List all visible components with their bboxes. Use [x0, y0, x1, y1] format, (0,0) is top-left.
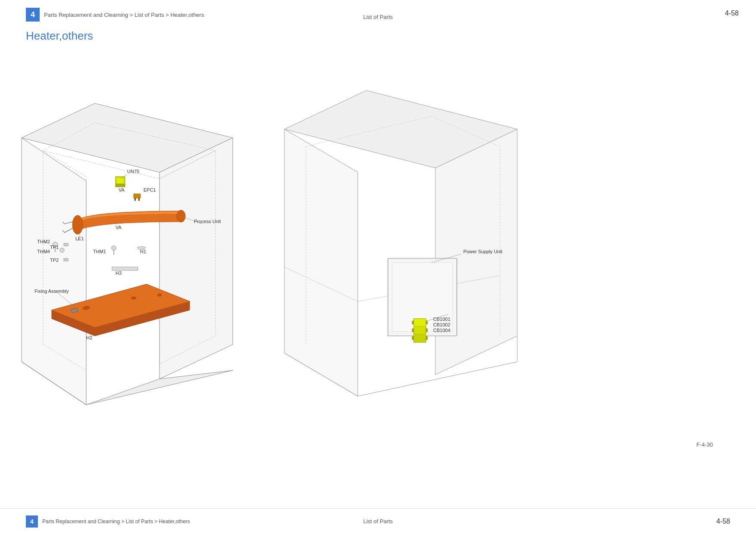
right-diagram: Power Supply Unit CB1001 CB1002 CB1004: [267, 52, 569, 431]
un75-component: [116, 177, 125, 187]
epc1-component: [134, 194, 141, 201]
svg-text:LE1: LE1: [75, 236, 84, 241]
svg-rect-21: [138, 198, 140, 201]
svg-text:THM2: THM2: [37, 239, 50, 244]
svg-point-11: [131, 297, 136, 299]
svg-text:THM1: THM1: [93, 249, 106, 254]
svg-rect-19: [134, 194, 141, 198]
svg-rect-64: [414, 326, 426, 334]
svg-text:Power Supply Unit: Power Supply Unit: [463, 249, 503, 254]
footer-page-number: 4-58: [716, 518, 730, 525]
thm4-component: [60, 248, 64, 252]
svg-marker-2: [159, 138, 233, 379]
svg-text:TP2: TP2: [50, 258, 59, 263]
svg-text:Fixing Assembly: Fixing Assembly: [34, 289, 69, 294]
svg-point-12: [157, 294, 162, 296]
chapter-badge: 4: [26, 8, 40, 22]
figure-number: F-4-30: [697, 441, 713, 448]
thm1-component: [112, 246, 116, 255]
svg-point-24: [112, 246, 116, 250]
svg-rect-71: [426, 336, 428, 340]
svg-text:VA: VA: [116, 225, 122, 230]
diagram-area: UN75 VA EPC1 LE1 VA Process Unit THM2 TP…: [9, 52, 747, 474]
svg-text:VA: VA: [119, 187, 125, 192]
page-number-top: 4-58: [725, 9, 739, 17]
svg-rect-66: [412, 321, 414, 324]
svg-rect-28: [64, 258, 68, 261]
svg-rect-70: [426, 329, 428, 332]
svg-rect-17: [116, 177, 124, 183]
svg-text:CB1004: CB1004: [433, 328, 450, 333]
svg-marker-0: [22, 138, 86, 405]
tp2-component: [64, 258, 68, 261]
svg-marker-48: [284, 129, 358, 396]
svg-text:CB1001: CB1001: [433, 317, 450, 322]
svg-rect-65: [414, 334, 426, 342]
footer-chapter-badge: 4: [26, 515, 38, 528]
svg-rect-20: [134, 198, 136, 201]
svg-point-14: [72, 215, 83, 234]
svg-text:TP1: TP1: [50, 245, 59, 250]
svg-text:THM4: THM4: [37, 249, 50, 254]
list-of-parts-top: List of Parts: [363, 14, 393, 20]
svg-text:H1: H1: [140, 249, 146, 254]
list-of-parts-bottom: List of Parts: [363, 518, 393, 525]
tp1-component: [64, 243, 68, 246]
svg-text:H3: H3: [116, 270, 122, 276]
svg-text:Process Unit: Process Unit: [194, 219, 221, 224]
svg-rect-68: [412, 336, 414, 340]
page-title: Heater,others: [26, 29, 93, 43]
svg-point-26: [60, 248, 64, 252]
svg-rect-18: [116, 184, 125, 187]
svg-text:EPC1: EPC1: [144, 187, 156, 192]
svg-rect-27: [64, 243, 68, 246]
breadcrumb: Parts Replacement and Clearning > List o…: [44, 12, 204, 18]
cb-components: [412, 319, 428, 342]
svg-text:H2: H2: [86, 335, 92, 340]
left-diagram: UN75 VA EPC1 LE1 VA Process Unit THM2 TP…: [9, 52, 259, 431]
h3-component: [112, 267, 138, 270]
svg-rect-63: [414, 319, 426, 326]
svg-text:CB1002: CB1002: [433, 322, 450, 327]
svg-rect-67: [412, 329, 414, 332]
svg-rect-69: [426, 321, 428, 324]
header: 4 Parts Replacement and Clearning > List…: [26, 8, 204, 22]
svg-text:UN75: UN75: [127, 169, 139, 174]
